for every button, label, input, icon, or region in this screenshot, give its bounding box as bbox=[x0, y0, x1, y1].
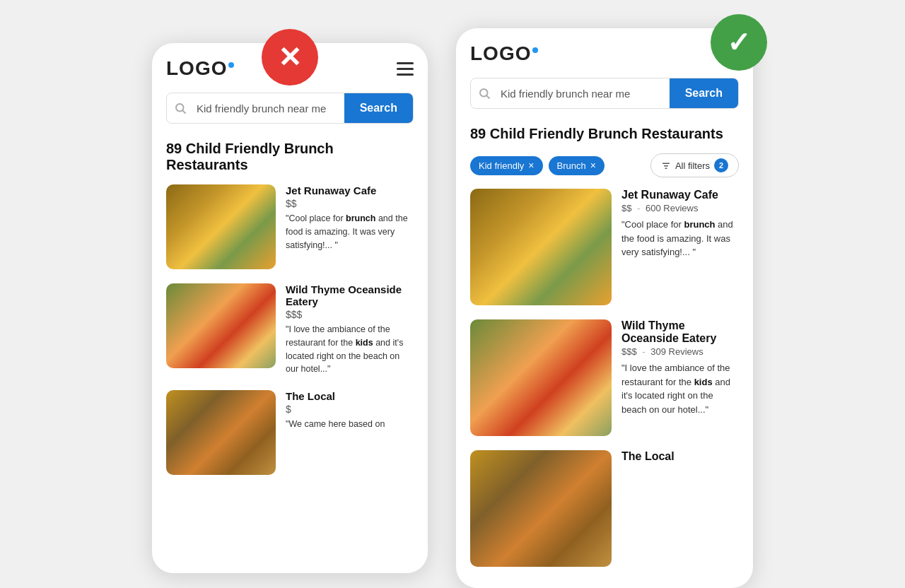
hamburger-line-1 bbox=[397, 62, 414, 64]
right-restaurant-price-2: $$$ bbox=[621, 346, 637, 357]
right-restaurant-item-1[interactable]: Jet Runaway Cafe $$ - 600 Reviews "Cool … bbox=[470, 189, 739, 305]
right-restaurant-info-1: Jet Runaway Cafe $$ - 600 Reviews "Cool … bbox=[621, 189, 739, 259]
right-search-bar: Search bbox=[470, 78, 739, 109]
left-restaurant-img-3 bbox=[166, 390, 276, 475]
right-restaurant-sep-2: - bbox=[642, 346, 645, 357]
left-restaurant-item-3[interactable]: The Local $ "We came here based on bbox=[166, 390, 414, 475]
right-search-input[interactable] bbox=[498, 79, 670, 108]
left-restaurant-name-1: Jet Runaway Cafe bbox=[286, 184, 414, 196]
svg-line-1 bbox=[182, 110, 185, 113]
left-restaurant-price-1: $$ bbox=[286, 198, 414, 209]
left-search-input[interactable] bbox=[194, 94, 344, 123]
left-restaurant-price-3: $ bbox=[286, 404, 414, 415]
right-restaurant-info-2: Wild Thyme Oceanside Eatery $$$ - 309 Re… bbox=[621, 319, 739, 416]
left-search-button[interactable]: Search bbox=[344, 93, 413, 123]
left-restaurant-info-2: Wild Thyme Oceanside Eatery $$$ "I love … bbox=[286, 283, 414, 376]
right-restaurant-list: Jet Runaway Cafe $$ - 600 Reviews "Cool … bbox=[470, 189, 739, 567]
left-search-bar: Search bbox=[166, 93, 414, 124]
right-search-button[interactable]: Search bbox=[670, 78, 738, 108]
left-logo-text: LOGO bbox=[166, 57, 234, 79]
left-restaurant-review-2: "I love the ambiance of the restaurant f… bbox=[286, 323, 414, 376]
left-logo: LOGO bbox=[166, 57, 234, 80]
filter-chip-brunch-remove[interactable]: × bbox=[590, 160, 596, 170]
filter-count-badge: 2 bbox=[714, 158, 728, 172]
left-phone: LOGO Search 89 Child Friendly Brunch Res… bbox=[152, 43, 428, 573]
right-restaurant-price-reviews-2: $$$ - 309 Reviews bbox=[621, 346, 739, 357]
right-restaurant-img-2 bbox=[470, 319, 612, 436]
wrong-badge: ✕ bbox=[262, 29, 318, 86]
svg-line-3 bbox=[486, 95, 489, 98]
right-restaurant-name-3: The Local bbox=[621, 450, 739, 463]
svg-point-0 bbox=[176, 104, 184, 112]
svg-point-2 bbox=[480, 89, 488, 97]
left-phone-wrapper: ✕ LOGO Search 89 Chil bbox=[152, 43, 428, 573]
hamburger-line-3 bbox=[397, 74, 414, 76]
right-restaurant-info-3: The Local bbox=[621, 450, 739, 464]
right-badge: ✓ bbox=[711, 14, 767, 71]
left-restaurant-info-3: The Local $ "We came here based on bbox=[286, 390, 414, 431]
left-search-icon bbox=[174, 102, 187, 114]
left-restaurant-price-2: $$$ bbox=[286, 309, 414, 320]
left-search-icon-wrap bbox=[167, 102, 194, 114]
filter-chip-kid-friendly-label: Kid friendly bbox=[479, 160, 524, 171]
right-search-icon-wrap bbox=[471, 87, 498, 100]
left-restaurant-review-1: "Cool place for brunch and the food is a… bbox=[286, 212, 414, 252]
right-restaurant-review-1: "Cool place for brunch and the food is a… bbox=[621, 218, 739, 259]
filter-chip-kid-friendly-remove[interactable]: × bbox=[528, 160, 534, 170]
left-restaurant-name-2: Wild Thyme Oceanside Eatery bbox=[286, 283, 414, 307]
hamburger-line-2 bbox=[397, 68, 414, 70]
right-restaurant-img-3 bbox=[470, 450, 612, 567]
right-restaurant-name-2: Wild Thyme Oceanside Eatery bbox=[621, 319, 739, 345]
right-search-icon bbox=[478, 87, 491, 100]
right-logo-dot bbox=[532, 47, 538, 53]
left-logo-dot bbox=[228, 62, 234, 68]
right-restaurant-name-1: Jet Runaway Cafe bbox=[621, 189, 739, 201]
right-restaurant-reviews-1: 600 Reviews bbox=[646, 203, 698, 213]
left-hamburger-menu[interactable] bbox=[397, 62, 414, 76]
filter-chip-kid-friendly[interactable]: Kid friendly × bbox=[470, 156, 543, 175]
right-logo: LOGO bbox=[470, 42, 538, 65]
right-restaurant-item-3[interactable]: The Local bbox=[470, 450, 739, 567]
right-filters-row: Kid friendly × Brunch × All filters 2 bbox=[470, 153, 739, 177]
left-restaurant-list: Jet Runaway Cafe $$ "Cool place for brun… bbox=[166, 184, 414, 475]
left-restaurant-name-3: The Local bbox=[286, 390, 414, 402]
left-restaurant-info-1: Jet Runaway Cafe $$ "Cool place for brun… bbox=[286, 184, 414, 252]
left-restaurant-item-1[interactable]: Jet Runaway Cafe $$ "Cool place for brun… bbox=[166, 184, 414, 269]
filter-chip-brunch[interactable]: Brunch × bbox=[549, 156, 605, 175]
right-phone-wrapper: ✓ LOGO Search 89 Child Fr bbox=[456, 28, 753, 588]
left-restaurant-item-2[interactable]: Wild Thyme Oceanside Eatery $$$ "I love … bbox=[166, 283, 414, 376]
right-results-title: 89 Child Friendly Brunch Restaurants bbox=[470, 126, 739, 142]
all-filters-button[interactable]: All filters 2 bbox=[650, 153, 739, 177]
left-restaurant-img-2 bbox=[166, 283, 276, 368]
left-results-title: 89 Child Friendly Brunch Restaurants bbox=[166, 141, 414, 173]
filter-chip-brunch-label: Brunch bbox=[557, 160, 586, 171]
right-restaurant-review-2: "I love the ambiance of the restaurant f… bbox=[621, 361, 739, 416]
left-restaurant-review-3: "We came here based on bbox=[286, 418, 414, 431]
right-restaurant-price-reviews-1: $$ - 600 Reviews bbox=[621, 203, 739, 213]
right-restaurant-img-1 bbox=[470, 189, 612, 305]
all-filters-label: All filters bbox=[675, 160, 710, 171]
right-restaurant-item-2[interactable]: Wild Thyme Oceanside Eatery $$$ - 309 Re… bbox=[470, 319, 739, 436]
filter-icon bbox=[661, 160, 671, 170]
left-restaurant-img-1 bbox=[166, 184, 276, 269]
right-restaurant-price-1: $$ bbox=[621, 203, 631, 213]
right-phone-header: LOGO bbox=[470, 42, 739, 65]
right-logo-text: LOGO bbox=[470, 42, 538, 64]
right-restaurant-reviews-2: 309 Reviews bbox=[650, 346, 703, 357]
right-restaurant-sep-1: - bbox=[637, 203, 640, 213]
right-phone: LOGO Search 89 Child Friendly Brunch Res… bbox=[456, 28, 753, 588]
